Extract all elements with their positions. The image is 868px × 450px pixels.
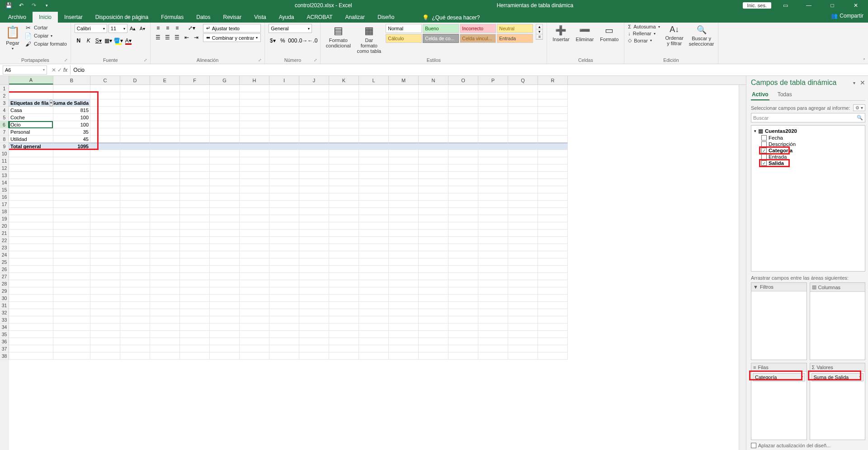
row-header[interactable]: 5 bbox=[0, 114, 9, 121]
cell[interactable] bbox=[240, 143, 269, 150]
cell[interactable] bbox=[240, 222, 269, 230]
cell[interactable] bbox=[150, 208, 180, 215]
cell[interactable] bbox=[329, 352, 359, 360]
cell[interactable] bbox=[478, 302, 508, 309]
cell[interactable]: Suma de Salida bbox=[53, 99, 90, 107]
cell[interactable] bbox=[90, 157, 120, 164]
cell[interactable] bbox=[359, 323, 389, 331]
cell[interactable] bbox=[508, 258, 538, 266]
cell[interactable] bbox=[508, 273, 538, 280]
cell[interactable] bbox=[210, 85, 240, 92]
name-box[interactable]: A6▾ bbox=[3, 66, 47, 75]
cell[interactable] bbox=[359, 114, 389, 121]
cell[interactable] bbox=[478, 164, 508, 172]
style-cell[interactable]: Celda vincul... bbox=[460, 34, 496, 43]
cell[interactable] bbox=[389, 208, 419, 215]
cell[interactable] bbox=[210, 179, 240, 186]
cell[interactable] bbox=[299, 193, 329, 201]
cell[interactable] bbox=[448, 222, 478, 230]
shrink-font-icon[interactable]: A▾ bbox=[138, 24, 146, 33]
cell[interactable] bbox=[240, 309, 269, 316]
cell[interactable] bbox=[448, 121, 478, 128]
cell[interactable] bbox=[150, 266, 180, 273]
cell[interactable] bbox=[269, 172, 299, 179]
cell[interactable] bbox=[508, 121, 538, 128]
cell[interactable] bbox=[478, 136, 508, 143]
cell[interactable] bbox=[538, 107, 568, 114]
cell[interactable] bbox=[538, 345, 568, 352]
fill-button[interactable]: ↓Rellenar▾ bbox=[628, 31, 660, 36]
find-select-button[interactable]: 🔍Buscar y seleccionar bbox=[689, 24, 714, 47]
cell[interactable] bbox=[240, 201, 269, 208]
cell[interactable] bbox=[269, 251, 299, 258]
cell[interactable] bbox=[150, 172, 180, 179]
cell[interactable] bbox=[90, 345, 120, 352]
cell[interactable] bbox=[180, 201, 210, 208]
cell[interactable] bbox=[269, 237, 299, 244]
cell[interactable] bbox=[359, 85, 389, 92]
cell[interactable] bbox=[299, 150, 329, 157]
font-name-select[interactable]: Calibri▾ bbox=[75, 24, 107, 33]
cell[interactable] bbox=[299, 128, 329, 136]
cell[interactable] bbox=[389, 230, 419, 237]
cell[interactable] bbox=[150, 287, 180, 295]
save-icon[interactable]: 💾 bbox=[5, 1, 13, 9]
area-columns[interactable]: ▥Columnas bbox=[810, 282, 866, 360]
cell[interactable] bbox=[419, 85, 448, 92]
cell[interactable] bbox=[419, 345, 448, 352]
defer-checkbox[interactable] bbox=[751, 443, 756, 448]
cell[interactable] bbox=[448, 172, 478, 179]
cell[interactable] bbox=[53, 302, 90, 309]
undo-icon[interactable]: ↶ bbox=[17, 1, 25, 9]
cell[interactable] bbox=[120, 107, 150, 114]
cell[interactable] bbox=[508, 186, 538, 193]
cell[interactable] bbox=[389, 107, 419, 114]
maximize-icon[interactable]: □ bbox=[823, 1, 842, 10]
cell[interactable] bbox=[210, 244, 240, 251]
cell[interactable] bbox=[180, 323, 210, 331]
cell[interactable] bbox=[508, 323, 538, 331]
cell[interactable] bbox=[53, 164, 90, 172]
cell[interactable]: 35 bbox=[53, 128, 90, 136]
column-header[interactable]: L bbox=[359, 76, 389, 84]
cell[interactable] bbox=[419, 251, 448, 258]
cell[interactable] bbox=[180, 143, 210, 150]
cell[interactable] bbox=[120, 201, 150, 208]
cell[interactable] bbox=[478, 331, 508, 338]
field-row[interactable]: ✓Salida bbox=[760, 160, 863, 166]
cell[interactable] bbox=[389, 266, 419, 273]
cell[interactable]: 815 bbox=[53, 107, 90, 114]
cell[interactable] bbox=[210, 323, 240, 331]
cell[interactable] bbox=[53, 295, 90, 302]
cell[interactable] bbox=[120, 345, 150, 352]
cell[interactable] bbox=[478, 244, 508, 251]
increase-decimal-icon[interactable]: .0→ bbox=[298, 37, 307, 45]
cell[interactable] bbox=[508, 107, 538, 114]
cell[interactable] bbox=[478, 150, 508, 157]
cell[interactable] bbox=[240, 331, 269, 338]
align-right-icon[interactable]: ☰ bbox=[173, 33, 181, 42]
cell[interactable] bbox=[359, 338, 389, 345]
cell[interactable] bbox=[53, 273, 90, 280]
cell[interactable] bbox=[359, 157, 389, 164]
cell[interactable] bbox=[448, 345, 478, 352]
cell[interactable] bbox=[53, 222, 90, 230]
cell[interactable] bbox=[150, 302, 180, 309]
cell[interactable] bbox=[478, 99, 508, 107]
cell[interactable] bbox=[538, 186, 568, 193]
row-header[interactable]: 22 bbox=[0, 237, 9, 244]
cell[interactable] bbox=[9, 85, 53, 92]
cell[interactable] bbox=[150, 114, 180, 121]
cell[interactable] bbox=[299, 338, 329, 345]
cell[interactable] bbox=[90, 251, 120, 258]
cell[interactable] bbox=[478, 172, 508, 179]
cell[interactable] bbox=[299, 302, 329, 309]
row-header[interactable]: 30 bbox=[0, 295, 9, 302]
cell[interactable] bbox=[150, 157, 180, 164]
cell[interactable] bbox=[538, 215, 568, 222]
minimize-icon[interactable]: — bbox=[799, 1, 818, 10]
cell[interactable] bbox=[210, 273, 240, 280]
cell[interactable] bbox=[329, 121, 359, 128]
cell[interactable] bbox=[329, 208, 359, 215]
cell[interactable] bbox=[9, 222, 53, 230]
